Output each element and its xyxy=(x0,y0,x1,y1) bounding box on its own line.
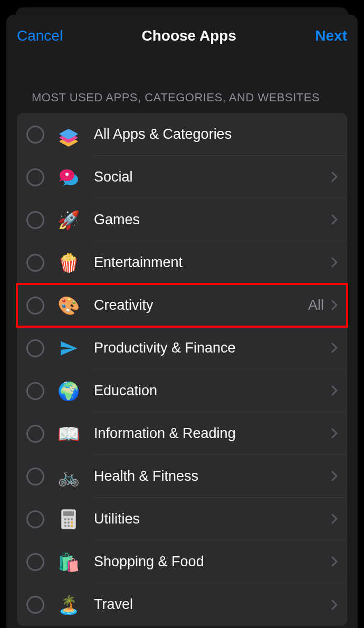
shopping-icon: 🛍️ xyxy=(57,550,80,574)
category-label: Productivity & Finance xyxy=(94,340,331,356)
category-label: Entertainment xyxy=(94,254,331,271)
education-icon: 🌍 xyxy=(57,379,80,403)
choose-apps-sheet: Cancel Choose Apps Next MOST USED APPS, … xyxy=(6,15,358,628)
svg-point-11 xyxy=(68,525,70,527)
chevron-right-icon xyxy=(331,513,338,524)
select-radio[interactable] xyxy=(26,425,44,443)
category-row-productivity[interactable]: Productivity & Finance xyxy=(17,327,347,369)
category-row-shopping[interactable]: 🛍️Shopping & Food xyxy=(17,540,347,583)
category-label: Education xyxy=(94,383,331,399)
chevron-right-icon xyxy=(331,300,338,310)
select-radio[interactable] xyxy=(26,339,44,357)
select-radio[interactable] xyxy=(26,126,44,144)
category-label: Utilities xyxy=(94,511,331,527)
select-radio[interactable] xyxy=(26,211,44,229)
select-radio[interactable] xyxy=(26,297,44,315)
category-label: Shopping & Food xyxy=(94,554,331,570)
svg-rect-3 xyxy=(63,511,74,516)
category-row-utilities[interactable]: Utilities xyxy=(17,498,347,540)
chevron-right-icon xyxy=(331,600,338,610)
chevron-right-icon xyxy=(331,428,338,439)
chevron-right-icon xyxy=(331,172,338,182)
productivity-icon xyxy=(57,337,80,360)
information-icon: 📖 xyxy=(57,422,80,445)
select-radio[interactable] xyxy=(26,596,44,614)
category-row-entertainment[interactable]: 🍿Entertainment xyxy=(17,241,347,284)
select-radio[interactable] xyxy=(26,468,44,486)
category-label: All Apps & Categories xyxy=(94,126,338,142)
category-label: Health & Fitness xyxy=(94,468,331,484)
svg-point-6 xyxy=(71,518,73,520)
all-icon xyxy=(57,123,80,146)
chevron-right-icon xyxy=(331,385,338,396)
svg-point-12 xyxy=(71,525,73,527)
category-label: Games xyxy=(94,212,331,228)
chevron-right-icon xyxy=(331,214,338,225)
chevron-right-icon xyxy=(331,257,338,268)
svg-point-5 xyxy=(68,518,70,520)
category-row-all[interactable]: All Apps & Categories xyxy=(17,113,347,156)
section-header: MOST USED APPS, CATEGORIES, AND WEBSITES xyxy=(6,53,358,110)
category-row-health[interactable]: 🚲Health & Fitness xyxy=(17,455,347,498)
category-row-education[interactable]: 🌍Education xyxy=(17,369,347,412)
category-label: Social xyxy=(94,169,331,185)
cancel-button[interactable]: Cancel xyxy=(17,27,63,44)
select-radio[interactable] xyxy=(26,510,44,528)
creativity-icon: 🎨 xyxy=(57,294,80,317)
svg-point-8 xyxy=(68,521,70,524)
select-radio[interactable] xyxy=(26,553,44,571)
page-title: Choose Apps xyxy=(63,27,315,44)
select-radio[interactable] xyxy=(26,254,44,272)
category-row-travel[interactable]: 🏝️Travel xyxy=(17,583,347,626)
category-row-games[interactable]: 🚀Games xyxy=(17,198,347,241)
categories-list: All Apps & CategoriesSocial🚀Games🍿Entert… xyxy=(17,113,347,626)
category-row-creativity[interactable]: 🎨CreativityAll xyxy=(17,284,347,327)
category-label: Travel xyxy=(94,596,331,613)
entertainment-icon: 🍿 xyxy=(57,251,80,274)
svg-point-9 xyxy=(71,521,73,524)
category-detail: All xyxy=(308,297,324,313)
select-radio[interactable] xyxy=(26,168,44,186)
category-label: Information & Reading xyxy=(94,425,331,442)
svg-point-10 xyxy=(64,525,66,527)
health-icon: 🚲 xyxy=(57,465,80,488)
navigation-bar: Cancel Choose Apps Next xyxy=(6,15,358,53)
utilities-icon xyxy=(57,508,80,531)
svg-point-4 xyxy=(64,518,66,520)
chevron-right-icon xyxy=(331,556,338,567)
category-row-information[interactable]: 📖Information & Reading xyxy=(17,412,347,455)
svg-point-7 xyxy=(64,521,66,524)
next-button[interactable]: Next xyxy=(315,27,347,44)
chevron-right-icon xyxy=(331,471,338,481)
category-row-social[interactable]: Social xyxy=(17,156,347,198)
select-radio[interactable] xyxy=(26,382,44,400)
chevron-right-icon xyxy=(331,342,338,353)
games-icon: 🚀 xyxy=(57,208,80,232)
travel-icon: 🏝️ xyxy=(57,593,80,616)
category-label: Creativity xyxy=(94,297,308,313)
social-icon xyxy=(57,166,80,189)
